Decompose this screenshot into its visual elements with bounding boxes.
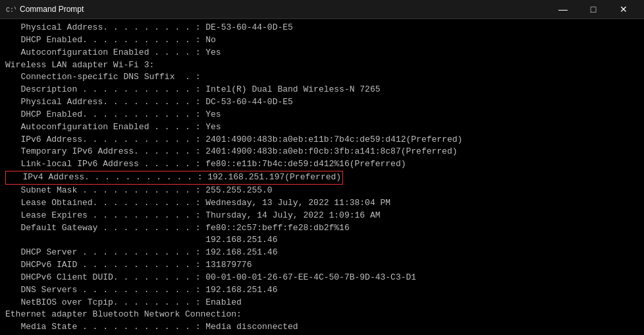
console-line: Ethernet adapter Bluetooth Network Conne… xyxy=(5,309,639,321)
console-line: Physical Address. . . . . . . . . : DE-5… xyxy=(5,22,639,34)
console-line: IPv4 Address. . . . . . . . . . . : 192.… xyxy=(5,171,639,185)
console-line: DHCPv6 IAID . . . . . . . . . . . : 1318… xyxy=(5,259,639,272)
console-line: Default Gateway . . . . . . . . . : fe80… xyxy=(5,222,639,235)
cmd-icon: C:\ xyxy=(5,4,16,15)
console-line: DNS Servers . . . . . . . . . . . : 192.… xyxy=(5,284,639,297)
console-content: Physical Address. . . . . . . . . : DE-5… xyxy=(0,19,644,335)
window-controls: — □ ✕ xyxy=(548,0,639,19)
minimize-button[interactable]: — xyxy=(548,0,578,19)
console-line: 192.168.251.46 xyxy=(5,234,639,247)
console-line: Connection-specific DNS Suffix . : xyxy=(5,71,639,84)
console-line: DHCP Enabled. . . . . . . . . . . : Yes xyxy=(5,109,639,121)
console-line: DHCP Enabled. . . . . . . . . . . : No xyxy=(5,34,639,47)
title-bar-left: C:\ Command Prompt xyxy=(5,4,84,15)
close-button[interactable]: ✕ xyxy=(608,0,639,19)
console-line: Physical Address. . . . . . . . . : DC-5… xyxy=(5,96,639,109)
maximize-button[interactable]: □ xyxy=(578,0,608,19)
title-bar: C:\ Command Prompt — □ ✕ xyxy=(0,0,644,19)
console-line: Autoconfiguration Enabled . . . . : Yes xyxy=(5,121,639,134)
console-line: Autoconfiguration Enabled . . . . : Yes xyxy=(5,47,639,59)
console-line: Temporary IPv6 Address. . . . . . : 2401… xyxy=(5,146,639,158)
console-line: DHCPv6 Client DUID. . . . . . . . : 00-0… xyxy=(5,272,639,284)
console-line: NetBIOS over Tcpip. . . . . . . . : Enab… xyxy=(5,297,639,309)
console-line: Lease Obtained. . . . . . . . . . : Wedn… xyxy=(5,197,639,210)
ipv4-highlighted-row: IPv4 Address. . . . . . . . . . . : 192.… xyxy=(5,171,343,185)
console-line: Wireless LAN adapter Wi-Fi 3: xyxy=(5,59,639,72)
console-line: Subnet Mask . . . . . . . . . . . : 255.… xyxy=(5,185,639,197)
console-line: IPv6 Address. . . . . . . . . . . : 2401… xyxy=(5,134,639,146)
window-title: Command Prompt xyxy=(20,5,84,14)
console-line: Link-local IPv6 Address . . . . . : fe80… xyxy=(5,158,639,171)
svg-text:C:\: C:\ xyxy=(6,7,16,14)
console-line: Lease Expires . . . . . . . . . . : Thur… xyxy=(5,210,639,222)
console-line: Description . . . . . . . . . . . : Inte… xyxy=(5,84,639,96)
console-line: DHCP Server . . . . . . . . . . . : 192.… xyxy=(5,247,639,259)
console-line: Media State . . . . . . . . . . . : Medi… xyxy=(5,321,639,334)
